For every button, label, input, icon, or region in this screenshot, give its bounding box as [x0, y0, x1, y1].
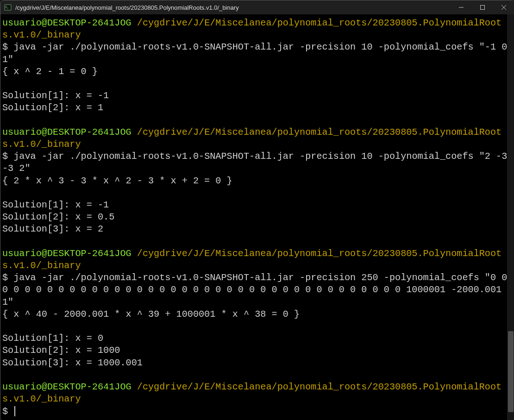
svg-rect-3	[481, 6, 485, 10]
window-title: /cygdrive/J/E/Miscelanea/polynomial_root…	[15, 4, 451, 11]
svg-rect-0	[5, 5, 11, 10]
terminal-content[interactable]: usuario@DESKTOP-2641JOG /cygdrive/J/E/Mi…	[0, 14, 514, 420]
prompt-symbol: $	[2, 406, 8, 417]
close-button[interactable]	[493, 0, 514, 14]
terminal-window: /cygdrive/J/E/Miscelanea/polynomial_root…	[0, 0, 514, 420]
cursor	[14, 406, 15, 416]
terminal-body[interactable]: usuario@DESKTOP-2641JOG /cygdrive/J/E/Mi…	[0, 14, 514, 420]
titlebar[interactable]: /cygdrive/J/E/Miscelanea/polynomial_root…	[0, 0, 514, 14]
window-buttons	[451, 0, 514, 14]
command-text: java -jar ./polynomial-roots-v1.0-SNAPSH…	[2, 272, 513, 307]
prompt-symbol: $	[2, 151, 8, 162]
prompt-user-host: usuario@DESKTOP-2641JOG	[2, 127, 132, 138]
command-output: { x ^ 2 - 1 = 0 } Solution[1]: x = -1 So…	[2, 66, 109, 113]
prompt-user-host: usuario@DESKTOP-2641JOG	[2, 248, 132, 259]
prompt-symbol: $	[2, 272, 8, 283]
scrollbar[interactable]	[507, 14, 514, 420]
prompt-symbol: $	[2, 42, 8, 52]
prompt-user-host: usuario@DESKTOP-2641JOG	[2, 18, 132, 28]
prompt-user-host: usuario@DESKTOP-2641JOG	[2, 382, 132, 392]
scrollbar-thumb[interactable]	[508, 331, 514, 412]
minimize-button[interactable]	[451, 0, 472, 14]
app-icon	[4, 4, 12, 11]
maximize-button[interactable]	[472, 0, 493, 14]
command-output: { x ^ 40 - 2000.001 * x ^ 39 + 1000001 *…	[2, 309, 300, 368]
command-text: java -jar ./polynomial-roots-v1.0-SNAPSH…	[2, 151, 513, 174]
command-output: { 2 * x ^ 3 - 3 * x ^ 2 - 3 * x + 2 = 0 …	[2, 176, 232, 235]
command-text: java -jar ./polynomial-roots-v1.0-SNAPSH…	[2, 42, 513, 64]
